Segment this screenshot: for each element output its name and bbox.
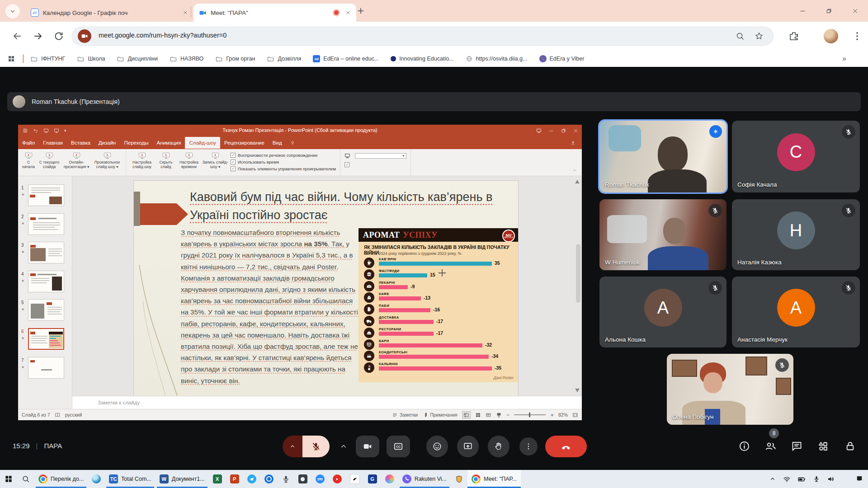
tab-calendar[interactable]: 27 Календар Google - Графік поч — [25, 4, 193, 22]
ppt-restore-icon[interactable] — [561, 128, 566, 133]
taskbar-zoom[interactable]: zm — [311, 470, 329, 488]
taskbar-telegram[interactable] — [243, 470, 260, 488]
address-bar[interactable]: meet.google.com/rum-hsyn-zky?authuser=0 — [71, 26, 774, 46]
bookmarks-overflow[interactable]: » — [842, 55, 846, 63]
site-info-icon[interactable] — [78, 29, 91, 43]
ribbon-button[interactable]: Настройка слайд-шоу — [128, 150, 156, 169]
bookmark-item[interactable]: https://osvita.diia.g... — [466, 55, 528, 62]
ppt-tab-2[interactable]: Вставка — [67, 137, 94, 149]
camera-button[interactable] — [356, 436, 379, 457]
audio-options-chevron[interactable] — [339, 442, 348, 451]
ribbon-checkbox[interactable]: ✓Воспроизвести речевое сопровождение — [231, 153, 336, 158]
meeting-details-button[interactable] — [738, 440, 751, 453]
share-button[interactable] — [571, 141, 577, 145]
slide-thumbnail-2[interactable] — [28, 213, 64, 235]
taskbar-bird[interactable] — [346, 470, 364, 488]
ppt-tab-4[interactable]: Переходы — [120, 137, 152, 149]
taskbar-camera-app[interactable] — [294, 470, 311, 488]
bookmark-item[interactable]: Дисципліни — [117, 55, 158, 63]
ppt-tab-5[interactable]: Анимация — [152, 137, 185, 149]
activities-button[interactable] — [817, 440, 830, 453]
slide-thumbnail-7[interactable] — [28, 357, 64, 379]
presenter-mode-checkbox[interactable]: ✓ — [344, 162, 406, 167]
back-icon[interactable] — [12, 31, 23, 42]
zoom-out-button[interactable]: − — [506, 412, 510, 418]
ppt-minimize-icon[interactable] — [549, 128, 554, 133]
search-icon[interactable] — [735, 31, 745, 41]
tray-microphone[interactable] — [813, 475, 820, 483]
tray-expand-button[interactable] — [769, 475, 776, 483]
slideshow-view-button[interactable] — [496, 412, 502, 418]
ribbon-button[interactable]: С текущего слайда — [37, 150, 62, 169]
ppt-tab-8[interactable]: Вид — [269, 137, 286, 149]
fit-to-window-icon[interactable] — [572, 412, 578, 418]
reactions-button[interactable] — [426, 436, 448, 457]
ppt-tab-7[interactable]: Рецензирование — [220, 137, 269, 149]
ppt-tab-6[interactable]: Слайд-шоу — [185, 137, 220, 149]
participant-tile[interactable]: А Анастасія Мерчук — [732, 277, 860, 347]
close-icon[interactable] — [345, 10, 351, 15]
ppt-tab-1[interactable]: Главная — [39, 137, 67, 149]
bookmark-star-icon[interactable] — [754, 31, 764, 41]
close-icon[interactable] — [183, 10, 188, 15]
ribbon-checkbox[interactable]: ✓Использовать время — [231, 160, 336, 164]
slide-thumbnail-5[interactable] — [28, 299, 64, 321]
bookmark-item[interactable]: Гром орган — [215, 55, 255, 63]
taskbar-studio-mic[interactable] — [278, 470, 294, 488]
taskbar-flame[interactable] — [381, 470, 398, 488]
participant-tile[interactable]: А Альона Кошка — [599, 277, 726, 347]
collapse-ribbon-icon[interactable] — [572, 168, 577, 173]
ppt-notes-area[interactable]: Заметки к слайду — [72, 396, 582, 409]
participant-tile[interactable]: Олена Побігун — [667, 354, 793, 425]
slide-thumbnail-3[interactable] — [28, 242, 64, 263]
reload-icon[interactable] — [53, 31, 64, 42]
host-controls-button[interactable] — [844, 440, 857, 453]
captions-button[interactable]: CC — [387, 436, 410, 457]
bookmark-item[interactable]: НАЗЯВО — [170, 55, 203, 63]
bookmark-item[interactable]: Дозвілля — [267, 55, 301, 63]
new-tab-button[interactable] — [356, 6, 365, 15]
notification-center[interactable] — [855, 475, 863, 483]
qat-customize-icon[interactable]: ▾ — [64, 128, 66, 133]
taskbar-powerpoint[interactable]: P — [226, 470, 243, 488]
comments-toggle[interactable]: Примечания — [422, 412, 458, 418]
ribbon-button[interactable]: Онлайн-презентация ▾ — [62, 150, 91, 169]
ribbon-button[interactable]: Скрыть слайд — [156, 150, 176, 169]
monitor-select[interactable]: ▾ — [355, 153, 406, 159]
view-reading-button[interactable] — [486, 412, 491, 418]
taskbar-start[interactable] — [0, 470, 17, 488]
spellcheck-icon[interactable] — [55, 412, 61, 418]
present-screen-button[interactable] — [457, 436, 479, 457]
zoom-in-button[interactable]: + — [550, 412, 554, 418]
ribbon-button[interactable]: С начала — [20, 150, 37, 169]
taskbar-total-commander[interactable]: TCTotal Com... — [105, 470, 156, 488]
minimize-button[interactable] — [789, 0, 816, 22]
mic-options-segment[interactable] — [283, 436, 302, 457]
chat-button[interactable] — [791, 440, 803, 453]
battery-status[interactable] — [797, 475, 806, 483]
slide-thumbnail-4[interactable] — [28, 271, 64, 292]
bookmark-item[interactable]: edEdEra – online educ... — [313, 55, 379, 62]
ribbon-button[interactable]: Настройка времени — [176, 150, 202, 169]
zoom-slider[interactable] — [514, 414, 546, 415]
tab-search-button[interactable] — [5, 4, 20, 19]
more-options-button[interactable] — [519, 437, 538, 455]
view-grid-button[interactable] — [475, 412, 481, 418]
participant-tile[interactable]: Н Наталія Казюка — [732, 199, 860, 270]
network-status[interactable] — [783, 475, 791, 483]
participants-button[interactable] — [764, 440, 777, 453]
bookmark-item[interactable]: Школа — [77, 55, 105, 63]
taskbar-yt-music[interactable] — [329, 470, 346, 488]
tab-meet[interactable]: Meet: "ПАРА" — [193, 4, 356, 22]
forward-icon[interactable] — [33, 31, 43, 42]
microphone-muted-button[interactable] — [283, 436, 330, 457]
browser-menu-icon[interactable] — [852, 31, 863, 42]
participant-tile[interactable]: W Humeniuk — [599, 199, 726, 270]
ribbon-button[interactable]: Произвольное слайд-шоу ▾ — [91, 150, 123, 169]
taskbar-crest[interactable] — [451, 470, 467, 488]
ppt-tab-3[interactable]: Дизайн — [94, 137, 120, 149]
taskbar-sphere[interactable] — [88, 470, 105, 488]
profile-avatar[interactable] — [824, 29, 838, 43]
close-button[interactable] — [842, 0, 868, 22]
taskbar-g-app[interactable]: G — [364, 470, 381, 488]
